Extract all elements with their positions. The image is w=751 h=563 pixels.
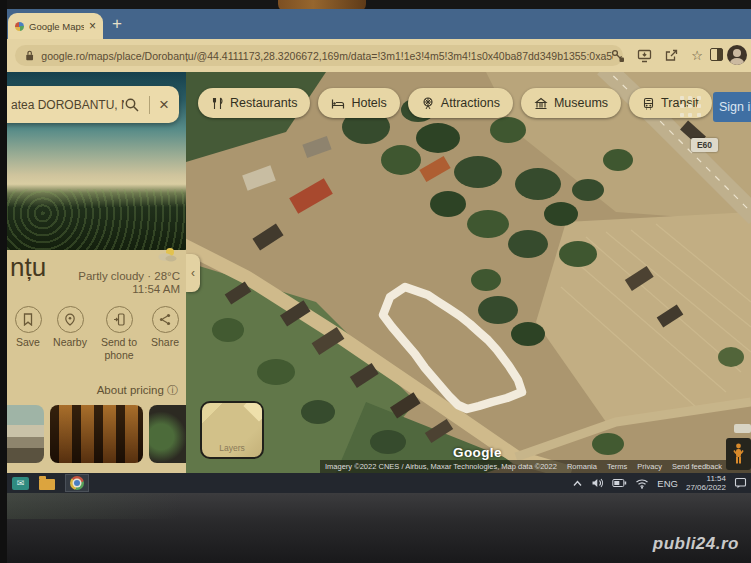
tab-title: Google Maps: [29, 21, 84, 32]
info-icon: ⓘ: [167, 384, 178, 396]
attractions-icon: [421, 96, 435, 110]
road-badge-e60: E60: [691, 138, 718, 152]
system-tray: ENG 11:54 27/06/2022: [572, 473, 747, 493]
region-label: Romania: [567, 462, 597, 471]
volume-icon[interactable]: [591, 477, 604, 489]
share-nodes-icon: [152, 306, 179, 333]
place-actions: Save Nearby Send to phone: [9, 306, 185, 362]
lock-icon: [25, 49, 34, 62]
pegman-control[interactable]: [726, 438, 751, 470]
password-manager-icon[interactable]: [610, 48, 625, 63]
file-explorer-icon[interactable]: [39, 479, 55, 490]
privacy-link[interactable]: Privacy: [637, 462, 662, 471]
search-box[interactable]: atea DOROBANTU, N. BAL ×: [7, 86, 179, 123]
new-tab-button[interactable]: +: [112, 15, 122, 32]
map-attribution-bar: Imagery ©2022 CNES / Airbus, Maxar Techn…: [320, 460, 751, 473]
zoom-out-button[interactable]: [734, 424, 751, 433]
local-time: 11:54 AM: [132, 283, 180, 295]
photo-strip: [7, 405, 186, 463]
search-clear-icon[interactable]: ×: [159, 95, 169, 115]
taskbar-clock[interactable]: 11:54 27/06/2022: [686, 474, 726, 492]
wifi-icon[interactable]: [635, 478, 649, 489]
bookmark-star-icon[interactable]: ☆: [691, 49, 703, 62]
windows-taskbar: ✉: [7, 473, 751, 493]
satellite-imagery: [186, 72, 751, 473]
google-logo: Google: [453, 445, 502, 460]
museums-icon: [534, 97, 548, 110]
transit-icon: [642, 97, 655, 110]
google-apps-icon[interactable]: [680, 96, 702, 118]
layers-label: Layers: [202, 443, 262, 453]
nearby-pin-icon: [57, 306, 84, 333]
chip-attractions[interactable]: Attractions: [408, 88, 513, 118]
layers-control[interactable]: Layers: [200, 401, 264, 459]
place-photo-thumbnail[interactable]: [149, 405, 186, 463]
address-bar[interactable]: google.ro/maps/place/Dorobanțu/@44.41111…: [15, 45, 623, 66]
url-text: google.ro/maps/place/Dorobanțu/@44.41111…: [41, 50, 613, 62]
chip-restaurants[interactable]: Restaurants: [198, 88, 310, 118]
language-indicator[interactable]: ENG: [657, 478, 678, 489]
browser-tab-bar: Google Maps × +: [7, 9, 751, 39]
google-maps-favicon: [15, 22, 24, 31]
satellite-map[interactable]: Restaurants Hotels Attractions: [186, 72, 751, 473]
install-icon[interactable]: [637, 48, 652, 63]
share-icon[interactable]: [664, 48, 679, 63]
battery-icon[interactable]: [612, 478, 627, 488]
search-divider: [149, 96, 150, 114]
imagery-credit: Imagery ©2022 CNES / Airbus, Maxar Techn…: [325, 462, 557, 471]
profile-avatar[interactable]: [727, 45, 747, 65]
monitor-left-edge: [0, 0, 7, 563]
watermark: publi24.ro: [653, 534, 739, 554]
chip-hotels[interactable]: Hotels: [318, 88, 399, 118]
place-photo-thumbnail[interactable]: [7, 405, 44, 463]
photo-of-monitor: Google Maps × + google.ro/maps/place/Dor…: [0, 0, 751, 563]
search-icon[interactable]: [124, 97, 140, 113]
place-title: nțu: [10, 252, 46, 283]
send-to-phone-button[interactable]: Send to phone: [93, 306, 145, 362]
mail-app-icon[interactable]: ✉: [12, 477, 29, 490]
place-photo-thumbnail[interactable]: [50, 405, 143, 463]
place-sidebar: atea DOROBANTU, N. BAL × nțu Partly clou…: [7, 72, 186, 473]
notification-center-icon[interactable]: [734, 477, 747, 489]
clock-time: 11:54: [707, 474, 726, 483]
terms-link[interactable]: Terms: [607, 462, 627, 471]
monitor-bezel: publi24.ro: [0, 493, 751, 563]
monitor-screen: Google Maps × + google.ro/maps/place/Dor…: [7, 9, 751, 493]
collapse-sidebar-button[interactable]: ‹: [186, 254, 200, 292]
browser-tab-google-maps[interactable]: Google Maps ×: [8, 13, 103, 39]
nearby-button[interactable]: Nearby: [47, 306, 93, 362]
about-pricing-link[interactable]: About pricing ⓘ: [97, 383, 178, 398]
phone-icon: [106, 306, 133, 333]
browser-toolbar: google.ro/maps/place/Dorobanțu/@44.41111…: [7, 39, 751, 72]
partly-cloudy-icon: [156, 246, 178, 264]
save-button[interactable]: Save: [9, 306, 47, 362]
send-feedback-link[interactable]: Send feedback: [672, 462, 722, 471]
sign-in-button[interactable]: Sign in: [713, 92, 751, 122]
pegman-icon: [733, 443, 744, 465]
place-info-panel: nțu Partly cloudy · 28°C 11:54 AM Save: [7, 250, 186, 473]
tray-expand-icon[interactable]: [572, 478, 583, 489]
search-input[interactable]: atea DOROBANTU, N. BAL: [11, 98, 124, 112]
category-chips: Restaurants Hotels Attractions: [198, 88, 712, 118]
weather-status: Partly cloudy · 28°C: [78, 270, 180, 282]
bookmark-icon: [15, 306, 42, 333]
share-button[interactable]: Share: [145, 306, 185, 362]
chrome-icon: [70, 476, 84, 490]
side-panel-icon[interactable]: [710, 48, 723, 61]
tab-close-icon[interactable]: ×: [89, 21, 96, 31]
hotels-icon: [331, 97, 345, 110]
chip-museums[interactable]: Museums: [521, 88, 621, 118]
restaurants-icon: [211, 97, 224, 110]
clock-date: 27/06/2022: [686, 483, 726, 492]
chrome-taskbar-slot[interactable]: [65, 474, 89, 492]
